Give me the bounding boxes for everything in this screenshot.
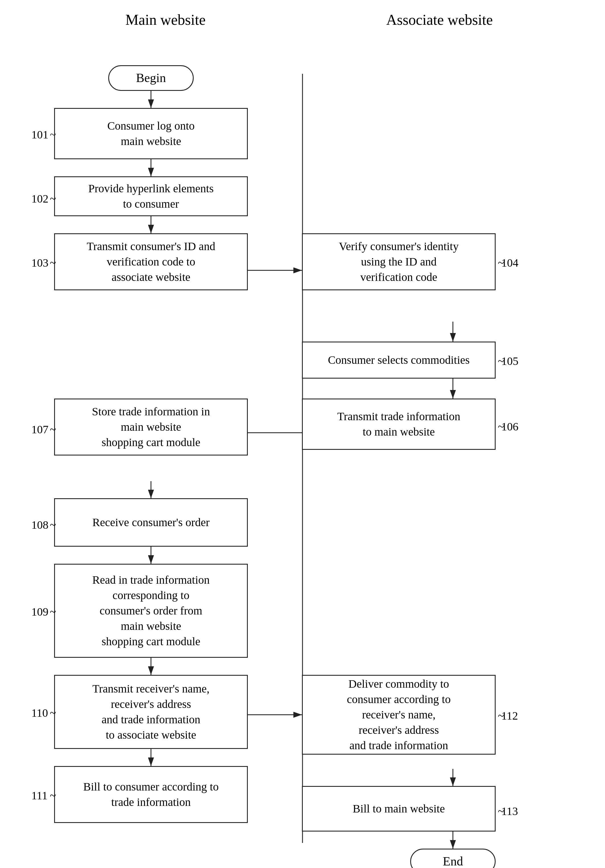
associate-website-header: Associate website: [340, 11, 539, 28]
step-107-box: Store trade information in main website …: [54, 398, 248, 456]
begin-box: Begin: [108, 65, 194, 91]
step-110-box: Transmit receiver's name, receiver's add…: [54, 675, 248, 749]
step-109-box: Read in trade information corresponding …: [54, 564, 248, 658]
label-111: 111: [31, 789, 48, 802]
label-108: 108: [31, 518, 48, 532]
step-106-box: Transmit trade information to main websi…: [302, 398, 496, 450]
end-box: End: [410, 849, 496, 868]
label-101: 101: [31, 128, 48, 141]
flow-diagram: Begin Consumer log onto main website 101…: [0, 37, 605, 863]
step-111-box: Bill to consumer according to trade info…: [54, 766, 248, 823]
step-101-box: Consumer log onto main website: [54, 108, 248, 159]
step-113-box: Bill to main website: [302, 786, 496, 832]
label-110: 110: [31, 706, 48, 719]
column-headers: Main website Associate website: [0, 11, 605, 28]
step-104-box: Verify consumer's identity using the ID …: [302, 233, 496, 290]
label-107: 107: [31, 423, 48, 436]
main-website-header: Main website: [66, 11, 265, 28]
step-108-box: Receive consumer's order: [54, 498, 248, 547]
label-109: 109: [31, 605, 48, 618]
label-102: 102: [31, 192, 48, 205]
step-105-box: Consumer selects commodities: [302, 341, 496, 378]
step-103-box: Transmit consumer's ID and verification …: [54, 233, 248, 290]
label-103: 103: [31, 256, 48, 270]
page: Main website Associate website: [0, 0, 605, 868]
step-102-box: Provide hyperlink elements to consumer: [54, 176, 248, 216]
step-112-box: Deliver commodity to consumer according …: [302, 675, 496, 755]
